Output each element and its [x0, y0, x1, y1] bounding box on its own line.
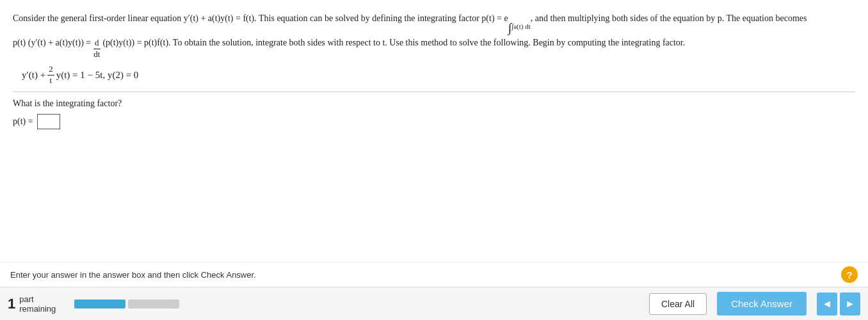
intro-text: Consider the general first-order linear …	[13, 13, 508, 23]
exp-content: ∫a(t) dt	[511, 21, 531, 33]
line2-prefix: p(t) (y′(t) + a(t)y(t)) =	[13, 38, 91, 48]
answer-row: p(t) =	[13, 114, 855, 129]
clear-all-button[interactable]: Clear All	[649, 293, 707, 315]
ode-cont: y(t) = 1 − 5t, y(2) = 0	[56, 70, 139, 81]
help-label: ?	[846, 269, 852, 280]
progress-bar	[74, 300, 179, 308]
part-label: part	[19, 294, 64, 304]
ode-frac-num: 2	[47, 64, 54, 76]
question-label: What is the integrating factor?	[13, 99, 855, 109]
remaining-label: remaining	[19, 304, 64, 314]
ode-fraction: 2 t	[47, 64, 54, 86]
instruction-bar: Enter your answer in the answer box and …	[0, 262, 868, 287]
progress-segment-filled	[74, 300, 125, 308]
section-divider	[13, 92, 855, 92]
prev-icon: ◄	[822, 298, 832, 310]
question-text: What is the integrating factor?	[13, 99, 122, 108]
help-button[interactable]: ?	[841, 266, 858, 283]
prev-button[interactable]: ◄	[817, 292, 837, 316]
intro-cont: , and then multiplying both sides of the…	[531, 13, 807, 23]
ode-label: y′(t) +	[22, 70, 45, 81]
check-answer-button[interactable]: Check Answer	[717, 292, 807, 316]
problem-intro: Consider the general first-order linear …	[13, 12, 855, 34]
fraction-denominator: dt	[92, 49, 101, 60]
part-info: part remaining	[19, 294, 64, 314]
progress-segment-empty	[128, 300, 179, 308]
part-section: 1 part remaining	[8, 294, 64, 314]
fraction-numerator: d	[93, 38, 100, 49]
bottom-instruction: Enter your answer in the answer box and …	[10, 270, 841, 280]
check-answer-label: Check Answer	[731, 298, 792, 309]
next-button[interactable]: ►	[840, 292, 860, 316]
answer-input[interactable]	[37, 114, 60, 129]
equation-line2: p(t) (y′(t) + a(t)y(t)) = d dt (p(t)y(t)…	[13, 38, 855, 60]
ode-frac-den: t	[49, 76, 54, 86]
part-number: 1	[8, 297, 15, 311]
answer-label: p(t) =	[13, 116, 33, 127]
clear-all-label: Clear All	[661, 299, 695, 309]
next-icon: ►	[845, 298, 855, 310]
main-content: Consider the general first-order linear …	[0, 0, 868, 262]
d-dt-fraction: d dt	[92, 38, 101, 60]
ode-equation: y′(t) + 2 t y(t) = 1 − 5t, y(2) = 0	[13, 64, 855, 86]
line2-cont: (p(t)y(t)) = p(t)f(t). To obtain the sol…	[102, 38, 685, 48]
integrating-factor-exp: ∫∫a(t) dt	[508, 21, 531, 34]
footer-bar: 1 part remaining Clear All Check Answer …	[0, 287, 868, 320]
navigation-group: ◄ ►	[817, 292, 860, 316]
